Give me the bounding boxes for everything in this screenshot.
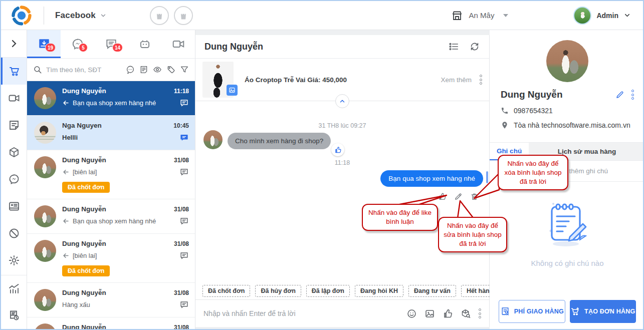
tab-livestream[interactable] (161, 30, 195, 58)
conversation-item[interactable]: Dung Nguyễn31/08 [biên lai] Đã chốt đơn (27, 150, 195, 199)
shopping-bag-icon (178, 11, 188, 21)
filter-icon[interactable] (180, 65, 189, 74)
comment-icon (179, 216, 189, 226)
conversation-item[interactable]: Dung Nguyễn31/08 Hàng xấu (27, 283, 195, 317)
edit-customer-button[interactable] (615, 90, 624, 99)
shipping-fee-label: PHÍ GIAO HÀNG (514, 308, 564, 315)
conversation-time: 10:45 (173, 122, 189, 129)
search-input[interactable] (46, 66, 122, 74)
refresh-icon[interactable] (469, 41, 480, 52)
app-logo-icon (11, 5, 33, 27)
rail-item-orders[interactable] (1, 58, 27, 85)
page-avatar-2[interactable] (174, 6, 193, 25)
avatar (203, 130, 223, 149)
tab-comments[interactable]: 14 (94, 30, 128, 58)
conversation-item[interactable]: Dung Nguyễn31/08 (27, 317, 195, 329)
chat-dots-icon[interactable] (126, 65, 135, 74)
product-search-icon[interactable] (461, 308, 471, 319)
store-name: An Mây (469, 11, 495, 20)
top-bar: Facebook An Mây Admin (1, 1, 643, 30)
create-order-button[interactable]: TẠO ĐƠN HÀNG (570, 300, 636, 323)
collapse-post-button[interactable] (335, 94, 349, 108)
image-badge-icon (227, 85, 238, 96)
image-icon[interactable] (424, 308, 435, 319)
reply-input-bar (195, 299, 489, 327)
emoji-icon[interactable] (406, 308, 417, 319)
incoming-message-bubble[interactable]: Cho mình xem hàng đi shop? (228, 133, 331, 149)
rail-item-blocked[interactable] (1, 220, 27, 247)
conversation-snippet: Bạn qua shop xem hàng nhé (73, 217, 175, 225)
reply-arrow-icon (62, 252, 70, 259)
tab-chatbot[interactable] (128, 30, 161, 58)
channel-tabs: 19 5 14 (27, 30, 195, 59)
create-order-label: TẠO ĐƠN HÀNG (584, 308, 635, 315)
like-comment-button[interactable] (438, 192, 447, 201)
conversation-time: 11:18 (174, 88, 189, 95)
caret-down-icon (503, 14, 508, 17)
customer-address: Tòa nhà technosoftware.misa.com.vn (514, 121, 630, 129)
user-avatar (573, 7, 591, 25)
rail-item-reports[interactable] (1, 302, 27, 329)
quick-tag[interactable]: Đang hỏi KH (355, 285, 403, 297)
conversation-list-panel: 19 5 14 (27, 30, 195, 329)
rail-item-analytics[interactable] (1, 275, 27, 302)
outgoing-message-bubble[interactable]: Bạn qua shop xem hàng nhé (380, 170, 483, 187)
reply-input[interactable] (203, 309, 399, 317)
rail-item-messenger[interactable] (1, 166, 27, 193)
avatar (34, 122, 56, 144)
conversation-item[interactable]: Dung Nguyễn31/08 [biên lai] Đã chốt đơn (27, 234, 195, 283)
user-menu[interactable]: Admin (573, 7, 631, 25)
conversation-item[interactable]: Nga Nguyen10:45 Hellli (27, 116, 195, 150)
conversation-item[interactable]: Dung Nguyễn11:18 Bạn qua shop xem hàng n… (27, 81, 195, 116)
post-menu-button[interactable] (480, 75, 482, 85)
store-selector[interactable]: An Mây (451, 10, 509, 22)
location-pin-icon (501, 121, 509, 129)
eye-icon[interactable] (153, 65, 162, 74)
shipping-fee-button[interactable]: PHÍ GIAO HÀNG (499, 300, 565, 323)
rail-item-customers[interactable] (1, 193, 27, 220)
customer-avatar[interactable] (546, 40, 588, 82)
empty-notes-illustration (540, 200, 595, 252)
empty-notes-text: Không có ghi chú nào (531, 259, 603, 267)
more-options-button[interactable] (479, 308, 481, 318)
note-icon[interactable] (139, 65, 148, 74)
expand-sidebar-button[interactable] (1, 30, 27, 58)
tab-inbox-all[interactable]: 19 (27, 30, 61, 58)
tab-messenger[interactable]: 5 (61, 30, 94, 58)
rail-item-settings[interactable] (1, 247, 27, 274)
quick-tag[interactable]: Đã hủy đơn (255, 285, 301, 297)
status-badge: Đã chốt đơn (62, 265, 110, 276)
quick-tag[interactable]: Đã chốt đơn (202, 285, 250, 297)
delete-comment-button[interactable] (470, 192, 479, 201)
rail-item-products[interactable] (1, 139, 27, 166)
thumbs-up-icon[interactable] (443, 308, 453, 319)
gear-icon (8, 254, 20, 266)
conversation-name: Dung Nguyễn (62, 323, 170, 329)
page-avatar-1[interactable] (150, 6, 169, 25)
rail-item-livestream[interactable] (1, 85, 27, 112)
see-more-link[interactable]: Xem thêm (441, 76, 472, 84)
bot-icon (138, 38, 151, 51)
customer-phone[interactable]: 0987654321 (514, 107, 553, 115)
date-separator: 31 TH8 lúc 09:27 (195, 122, 489, 129)
avatar (34, 240, 56, 262)
rail-item-posts[interactable] (1, 112, 27, 139)
conversation-item[interactable]: Dung Nguyễn31/08 Bạn qua shop xem hàng n… (27, 199, 195, 234)
edit-comment-button[interactable] (454, 192, 463, 201)
channel-selector-label[interactable]: Facebook (55, 11, 96, 21)
quick-tag[interactable]: Đang tư vấn (408, 285, 456, 297)
avatar (34, 156, 56, 178)
chevron-down-icon[interactable] (100, 12, 107, 19)
avatar (34, 87, 56, 109)
outgoing-message-row: Bạn qua shop xem hàng nhé (380, 170, 483, 187)
scrollbar-thumb[interactable] (486, 171, 488, 183)
status-badge: Đã chốt đơn (62, 182, 110, 193)
customer-menu-button[interactable] (631, 90, 634, 100)
cart-icon (9, 65, 21, 77)
callout-edit-comment: Nhấn vào đây để sửa bình luận shop đã tr… (438, 217, 507, 252)
product-image[interactable] (202, 62, 234, 98)
quick-tag[interactable]: Đã lập đơn (306, 285, 350, 297)
tag-icon[interactable] (166, 65, 175, 74)
list-detail-icon[interactable] (448, 41, 459, 52)
package-icon (8, 146, 20, 158)
